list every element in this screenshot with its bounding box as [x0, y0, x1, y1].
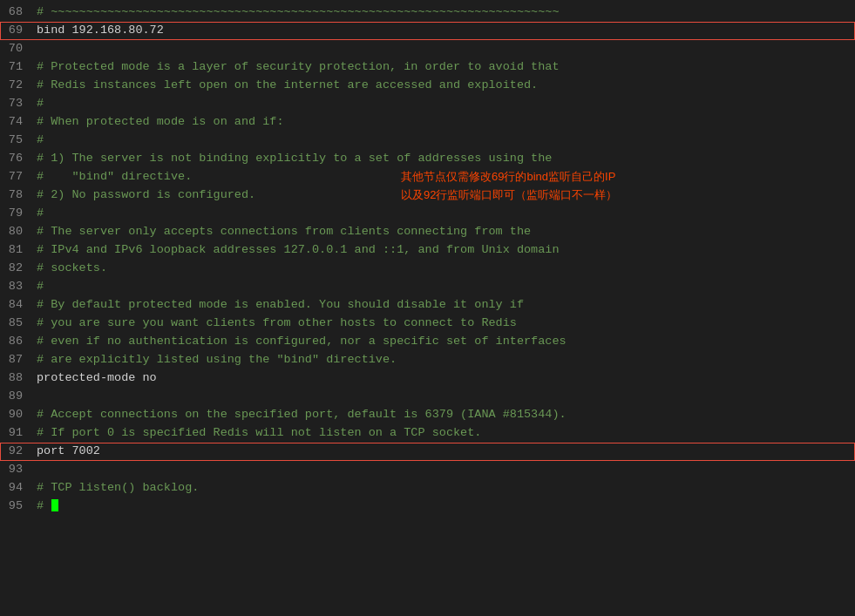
line-91: 91 # If port 0 is specified Redis will n… [0, 424, 855, 443]
line-95: 95 # [0, 498, 855, 516]
line-93: 93 [0, 461, 855, 479]
line-92: 92 port 7002 [0, 443, 855, 461]
code-editor: 68 # ~~~~~~~~~~~~~~~~~~~~~~~~~~~~~~~~~~~… [0, 0, 855, 616]
line-83: 83 # [0, 278, 855, 296]
line-88: 88 protected-mode no [0, 369, 855, 388]
line-84: 84 # By default protected mode is enable… [0, 296, 855, 315]
line-79: 79 # [0, 205, 855, 223]
line-78: 78 # 2) No password is configured. 以及92行… [0, 186, 855, 205]
line-94: 94 # TCP listen() backlog. [0, 479, 855, 498]
line-89: 89 [0, 388, 855, 406]
line-81: 81 # IPv4 and IPv6 loopback addresses 12… [0, 241, 855, 260]
line-68: 68 # ~~~~~~~~~~~~~~~~~~~~~~~~~~~~~~~~~~~… [0, 3, 855, 22]
line-82: 82 # sockets. [0, 260, 855, 278]
line-73: 73 # [0, 95, 855, 113]
line-86: 86 # even if no authentication is config… [0, 333, 855, 351]
line-85: 85 # you are sure you want clients from … [0, 315, 855, 333]
line-75: 75 # [0, 132, 855, 150]
line-76: 76 # 1) The server is not binding explic… [0, 150, 855, 168]
line-71: 71 # Protected mode is a layer of securi… [0, 58, 855, 77]
line-80: 80 # The server only accepts connections… [0, 223, 855, 241]
line-74: 74 # When protected mode is on and if: [0, 113, 855, 132]
line-72: 72 # Redis instances left open on the in… [0, 77, 855, 95]
line-77: 77 # "bind" directive. 其他节点仅需修改69行的bind监… [0, 168, 855, 186]
line-87: 87 # are explicitly listed using the "bi… [0, 351, 855, 369]
line-69: 69 bind 192.168.80.72 [0, 22, 855, 40]
line-90: 90 # Accept connections on the specified… [0, 406, 855, 424]
line-70: 70 [0, 40, 855, 58]
text-cursor [51, 499, 58, 511]
